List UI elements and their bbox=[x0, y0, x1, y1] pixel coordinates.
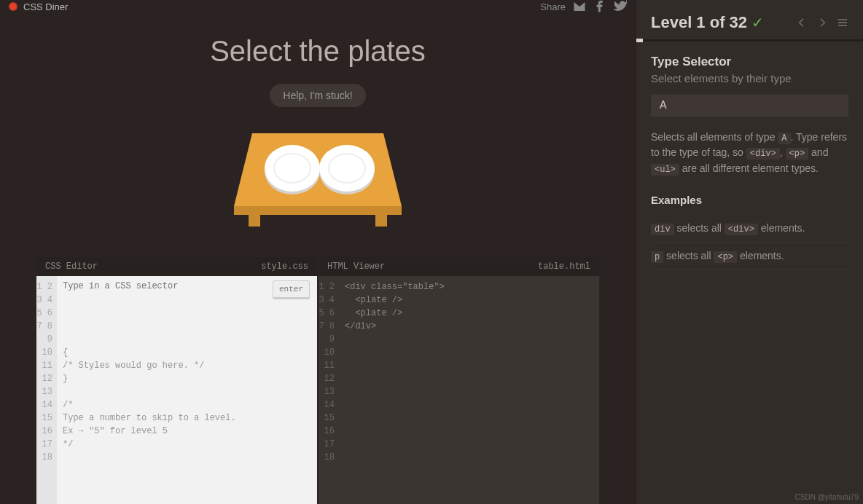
css-code[interactable]: enter { /* Styles would go here. */ } /*… bbox=[57, 276, 317, 504]
help-button[interactable]: Help, I'm stuck! bbox=[270, 84, 365, 107]
html-gutter: 1 2 3 4 5 6 7 8 9 10 11 12 13 14 15 16 1… bbox=[319, 276, 339, 504]
logo-icon bbox=[9, 2, 17, 11]
table-visual bbox=[0, 126, 636, 235]
examples-list: div selects all <div> elements.p selects… bbox=[651, 215, 848, 270]
progress-bar bbox=[636, 39, 863, 42]
level-indicator: Level 1 of 32 bbox=[651, 13, 747, 32]
svg-rect-2 bbox=[249, 215, 260, 227]
html-viewer-pane: HTML Viewer table.html 1 2 3 4 5 6 7 8 9… bbox=[319, 257, 599, 504]
facebook-icon[interactable] bbox=[593, 0, 606, 13]
enter-button[interactable]: enter bbox=[273, 280, 310, 299]
email-icon[interactable] bbox=[573, 0, 586, 13]
html-filename: table.html bbox=[538, 261, 590, 272]
share-label: Share bbox=[540, 1, 566, 12]
selector-name: Type Selector bbox=[651, 55, 848, 69]
examples-header: Examples bbox=[651, 194, 848, 206]
prev-level-icon[interactable] bbox=[796, 17, 808, 28]
game-area: Select the plates Help, I'm stuck! bbox=[0, 13, 636, 235]
top-bar: CSS Diner Share bbox=[0, 0, 636, 13]
html-viewer-title: HTML Viewer bbox=[327, 261, 385, 272]
css-gutter: 1 2 3 4 5 6 7 8 9 10 11 12 13 14 15 16 1… bbox=[36, 276, 57, 504]
css-editor-title: CSS Editor bbox=[45, 261, 98, 272]
css-editor-pane: CSS Editor style.css 1 2 3 4 5 6 7 8 9 1… bbox=[36, 257, 317, 504]
selector-sub: Select elements by their type bbox=[651, 72, 848, 84]
html-code: <div class="table"> <plate /> <plate /> … bbox=[339, 276, 599, 504]
svg-rect-3 bbox=[375, 215, 387, 227]
css-input[interactable] bbox=[63, 280, 267, 292]
next-level-icon[interactable] bbox=[816, 17, 828, 28]
svg-point-8 bbox=[319, 145, 375, 192]
example-row: div selects all <div> elements. bbox=[651, 215, 848, 243]
css-filename: style.css bbox=[261, 261, 308, 272]
selector-description: Selects all elements of type A. Type ref… bbox=[651, 130, 848, 176]
svg-marker-1 bbox=[234, 206, 402, 215]
watermark: CSDN @yitahutu79 bbox=[795, 493, 859, 501]
sidebar: Level 1 of 32 ✓ Type Selector Select ele… bbox=[636, 0, 863, 504]
menu-icon[interactable] bbox=[837, 17, 848, 28]
selector-syntax: A bbox=[651, 95, 848, 117]
example-row: p selects all <p> elements. bbox=[651, 243, 848, 270]
editors: CSS Editor style.css 1 2 3 4 5 6 7 8 9 1… bbox=[36, 257, 599, 504]
app-name: CSS Diner bbox=[23, 1, 68, 12]
svg-point-5 bbox=[265, 145, 320, 192]
level-title: Select the plates bbox=[0, 35, 636, 68]
check-icon: ✓ bbox=[751, 14, 764, 31]
twitter-icon[interactable] bbox=[614, 0, 627, 13]
